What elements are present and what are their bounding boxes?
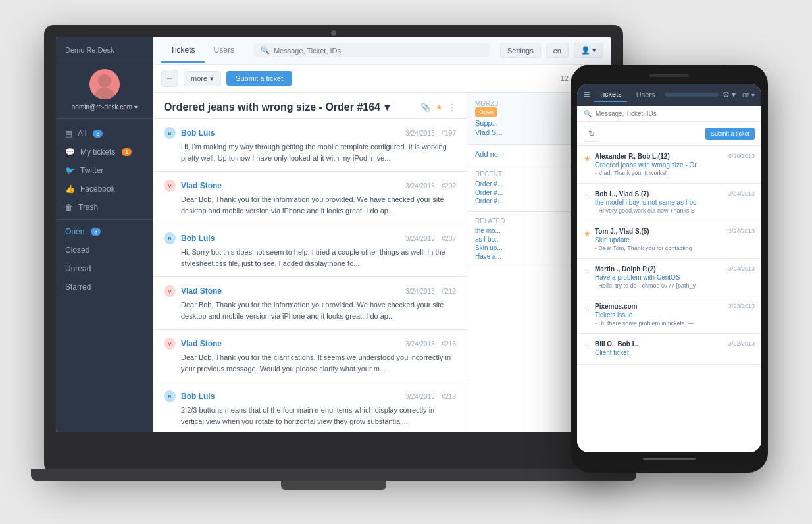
phone-tab-tickets[interactable]: Tickets xyxy=(594,88,626,102)
sender-name: Bob Luis xyxy=(181,392,215,401)
lang-button[interactable]: en xyxy=(546,43,569,58)
ticket-date: 3/24/2013 xyxy=(728,265,755,272)
sidebar-filter-open[interactable]: Open 8 xyxy=(56,223,153,241)
ticket-body: Alexander P., Bob L.(12) Ordered jeans w… xyxy=(595,153,724,176)
phone-lang[interactable]: en ▾ xyxy=(742,92,755,99)
list-item[interactable]: ☆ Pixemus.com Tickets issue - Hi, there … xyxy=(577,296,761,334)
chevron-down-icon: ▾ xyxy=(210,74,214,83)
ticket-date: 3/22/2013 xyxy=(728,340,755,347)
more-button[interactable]: more ▾ xyxy=(184,71,221,86)
star-icon[interactable]: ☆ xyxy=(584,192,591,201)
tab-tickets[interactable]: Tickets xyxy=(161,39,205,63)
sidebar-filter-starred[interactable]: Starred xyxy=(56,278,153,296)
avatar: B xyxy=(164,127,176,139)
message-sender: V Vlad Stone xyxy=(164,338,222,350)
search-input[interactable] xyxy=(274,47,483,55)
star-icon[interactable]: ☆ xyxy=(584,342,591,351)
hamburger-icon[interactable]: ≡ xyxy=(584,89,590,101)
list-item[interactable]: ★ Tom J., Vlad S.(5) Skin update - Dear … xyxy=(577,221,761,259)
avatar: V xyxy=(164,180,176,192)
laptop-camera xyxy=(331,30,336,36)
refresh-button[interactable]: ↻ xyxy=(584,126,599,142)
ticket-header: Ordered jeans with wrong size - Order #1… xyxy=(153,93,467,119)
sidebar-divider xyxy=(56,219,153,220)
open-label: Open xyxy=(65,227,84,236)
star-icon[interactable]: ☆ xyxy=(584,304,591,313)
ticket-icons: 📎 ★ ⋮ xyxy=(420,103,456,112)
sender-name: Vlad Stone xyxy=(181,181,222,190)
ticket-subject: Have a problem with CentOS xyxy=(595,274,724,281)
svg-point-0 xyxy=(98,74,111,88)
star-icon[interactable]: ★ xyxy=(584,154,591,163)
ticket-title: Ordered jeans with wrong size - Order #1… xyxy=(164,101,390,113)
ticket-preview: - Hi very good,work out now Thanks B xyxy=(595,207,724,214)
message-header: B Bob Luis 3/24/2013 #197 xyxy=(164,127,456,139)
sidebar-filter-closed[interactable]: Closed xyxy=(56,241,153,259)
avatar: B xyxy=(164,390,176,402)
message-body: Dear Bob, Thank you for the information … xyxy=(164,194,456,216)
laptop-screen: Demo Re:Desk admin@re-desk.com ▾ xyxy=(56,37,611,432)
user-button[interactable]: 👤 ▾ xyxy=(574,43,603,58)
settings-button[interactable]: Settings xyxy=(500,43,541,58)
ticket-date: 3/24/2013 xyxy=(728,228,755,234)
message-body: Hi, Sorry but this does not seem to help… xyxy=(164,247,456,269)
phone-bottom-bar xyxy=(643,458,696,460)
star-icon[interactable]: ☆ xyxy=(584,267,591,276)
ticket-date: 6/10/2013 xyxy=(728,153,755,159)
sidebar-item-trash[interactable]: 🗑 Trash xyxy=(56,198,153,217)
ticket-preview: - Hello, try to do - chmod 0777 [path_y xyxy=(595,282,724,289)
sidebar-item-twitter[interactable]: 🐦 Twitter xyxy=(56,161,153,180)
my-tickets-icon: 💬 xyxy=(65,147,75,157)
twitter-icon: 🐦 xyxy=(65,166,75,175)
list-item[interactable]: ☆ Martin ., Dolph P.(2) Have a problem w… xyxy=(577,259,761,296)
ticket-menu-icon[interactable]: ⋮ xyxy=(448,103,456,112)
table-row: V Vlad Stone 3/24/2013 #212 Dear Bob, Th… xyxy=(153,277,467,330)
gear-icon[interactable]: ⚙ ▾ xyxy=(723,90,736,99)
avatar: B xyxy=(164,232,176,244)
ticket-subject: Skin update xyxy=(595,236,724,244)
message-sender: V Vlad Stone xyxy=(164,180,222,192)
list-item[interactable]: ☆ Bob L., Vlad S.(7) the model i buy is … xyxy=(577,184,761,221)
trash-icon: 🗑 xyxy=(65,203,73,212)
phone-search-display xyxy=(665,93,719,97)
message-meta: 3/24/2013 #207 xyxy=(405,235,456,242)
avatar: V xyxy=(164,338,176,350)
back-button[interactable]: ← xyxy=(161,70,178,87)
phone-search-input[interactable] xyxy=(596,110,755,117)
sidebar: Demo Re:Desk admin@re-desk.com ▾ xyxy=(56,37,153,432)
sidebar-filter-unread[interactable]: Unread xyxy=(56,259,153,278)
participants: Alexander P., Bob L.(12) xyxy=(595,153,724,160)
facebook-icon: 👍 xyxy=(65,184,75,194)
tab-users[interactable]: Users xyxy=(205,39,243,63)
table-row: B Bob Luis 3/24/2013 #197 Hi, I'm making… xyxy=(153,119,467,172)
all-icon: ▤ xyxy=(65,129,72,138)
sidebar-item-my-tickets[interactable]: 💬 My tickets 1 xyxy=(56,143,153,161)
ticket-body: Bob L., Vlad S.(7) the model i buy is no… xyxy=(595,190,724,214)
message-body: 2 2/3 buttons means that of the four mai… xyxy=(164,405,456,427)
participants: Pixemus.com xyxy=(595,303,724,310)
star-icon[interactable]: ★ xyxy=(584,229,591,238)
list-item[interactable]: ★ Alexander P., Bob L.(12) Ordered jeans… xyxy=(577,146,761,184)
phone-submit-button[interactable]: Submit a ticket xyxy=(705,128,755,140)
ticket-star-icon[interactable]: ★ xyxy=(436,103,443,112)
sidebar-item-all[interactable]: ▤ All 3 xyxy=(56,124,153,143)
list-item[interactable]: ☆ Bill O., Bob L. Client ticket 3/22/201… xyxy=(577,334,761,365)
table-row: B Bob Luis 3/24/2013 #219 2 2/3 buttons … xyxy=(153,382,467,432)
sender-name: Vlad Stone xyxy=(181,286,222,296)
submit-ticket-button[interactable]: Submit a ticket xyxy=(226,71,292,86)
phone-tab-users[interactable]: Users xyxy=(631,88,661,101)
phone-toolbar: ↻ Submit a ticket xyxy=(577,122,761,146)
laptop-base-center xyxy=(281,481,386,490)
ticket-subject: Client ticket xyxy=(595,349,724,356)
sender-name: Bob Luis xyxy=(181,234,215,243)
ticket-preview: - Dear Tom, Thank you for contacting xyxy=(595,245,724,251)
message-sender: B Bob Luis xyxy=(164,390,215,402)
top-bar-actions: Settings en 👤 ▾ xyxy=(500,43,603,58)
sender-name: Vlad Stone xyxy=(181,339,222,348)
message-meta: 3/24/2013 #216 xyxy=(405,340,456,348)
ticket-body: Pixemus.com Tickets issue - Hi, there so… xyxy=(595,303,724,327)
ticket-attach-icon[interactable]: 📎 xyxy=(420,103,430,112)
participants: Bill O., Bob L. xyxy=(595,340,724,348)
sidebar-item-facebook[interactable]: 👍 Facebook xyxy=(56,180,153,198)
laptop-base xyxy=(31,469,636,481)
